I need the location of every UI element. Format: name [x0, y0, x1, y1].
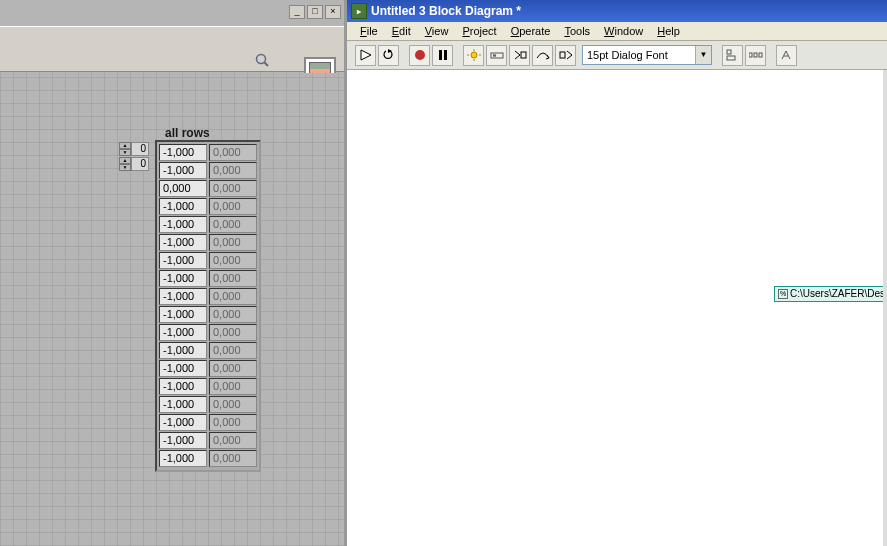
labview-app-icon: ▸ — [351, 3, 367, 19]
highlight-execution-button[interactable] — [463, 45, 484, 66]
menu-project[interactable]: Project — [455, 23, 503, 39]
array-cell[interactable]: -1,000 — [159, 378, 207, 395]
array-cell[interactable]: -1,000 — [159, 306, 207, 323]
array-cell[interactable]: -1,000 — [159, 252, 207, 269]
array-cell[interactable]: -1,000 — [159, 288, 207, 305]
close-button[interactable]: × — [325, 5, 341, 19]
array-row: -1,0000,000 — [159, 324, 257, 341]
run-continuously-button[interactable] — [378, 45, 399, 66]
array-cell[interactable]: 0,000 — [209, 234, 257, 251]
array-cell[interactable]: 0,000 — [209, 252, 257, 269]
abort-button[interactable] — [409, 45, 430, 66]
array-cell[interactable]: 0,000 — [209, 162, 257, 179]
array-cell[interactable]: -1,000 — [159, 234, 207, 251]
array-row: -1,0000,000 — [159, 342, 257, 359]
index-input-0[interactable]: 0 — [131, 142, 149, 156]
array-cell[interactable]: 0,000 — [209, 432, 257, 449]
array-row: -1,0000,000 — [159, 162, 257, 179]
index-input-1[interactable]: 0 — [131, 157, 149, 171]
maximize-button[interactable]: □ — [307, 5, 323, 19]
menu-file[interactable]: File — [353, 23, 385, 39]
step-into-button[interactable] — [509, 45, 530, 66]
array-row: -1,0000,000 — [159, 144, 257, 161]
array-indicator[interactable]: -1,0000,000-1,0000,0000,0000,000-1,0000,… — [155, 140, 261, 472]
path-icon: % — [778, 289, 788, 299]
align-objects-button[interactable] — [722, 45, 743, 66]
minimize-button[interactable]: _ — [289, 5, 305, 19]
array-cell[interactable]: -1,000 — [159, 414, 207, 431]
array-index-controls: ▲▼ 0 ▲▼ 0 — [119, 141, 151, 171]
index-spinner-1[interactable]: ▲▼ — [119, 157, 131, 171]
array-cell[interactable]: 0,000 — [209, 306, 257, 323]
array-cell[interactable]: 0,000 — [209, 396, 257, 413]
array-cell[interactable]: 0,000 — [209, 144, 257, 161]
menu-operate[interactable]: Operate — [504, 23, 558, 39]
title-bar[interactable]: ▸ Untitled 3 Block Diagram * — [347, 0, 887, 22]
menu-edit[interactable]: Edit — [385, 23, 418, 39]
array-cell[interactable]: 0,000 — [209, 414, 257, 431]
array-cell[interactable]: 0,000 — [209, 198, 257, 215]
font-selector[interactable]: 15pt Dialog Font ▼ — [582, 45, 712, 65]
svg-point-5 — [471, 52, 477, 58]
array-row: -1,0000,000 — [159, 216, 257, 233]
array-row: -1,0000,000 — [159, 198, 257, 215]
array-cell[interactable]: -1,000 — [159, 162, 207, 179]
index-spinner-0[interactable]: ▲▼ — [119, 142, 131, 156]
svg-rect-15 — [727, 56, 735, 60]
svg-rect-13 — [560, 52, 565, 58]
search-icon[interactable] — [255, 53, 270, 68]
svg-point-2 — [415, 50, 425, 60]
svg-rect-12 — [521, 52, 526, 58]
array-cell[interactable]: -1,000 — [159, 450, 207, 467]
pause-button[interactable] — [432, 45, 453, 66]
menu-help[interactable]: Help — [650, 23, 687, 39]
svg-line-1 — [265, 63, 269, 67]
array-cell[interactable]: -1,000 — [159, 216, 207, 233]
array-cell[interactable]: 0,000 — [209, 270, 257, 287]
cleanup-diagram-button[interactable] — [776, 45, 797, 66]
array-cell[interactable]: 0,000 — [209, 288, 257, 305]
window-controls: _ □ × — [289, 5, 341, 19]
svg-rect-3 — [439, 50, 442, 60]
array-cell[interactable]: -1,000 — [159, 432, 207, 449]
array-cell[interactable]: -1,000 — [159, 396, 207, 413]
block-diagram-window: ▸ Untitled 3 Block Diagram * FileEditVie… — [347, 0, 887, 546]
array-cell[interactable]: 0,000 — [209, 180, 257, 197]
array-cell[interactable]: -1,000 — [159, 342, 207, 359]
retain-wire-values-button[interactable]: e — [486, 45, 507, 66]
array-cell[interactable]: 0,000 — [209, 378, 257, 395]
array-row: -1,0000,000 — [159, 234, 257, 251]
svg-rect-14 — [727, 50, 731, 54]
path-constant[interactable]: % C:\Users\ZAFER\Desktop\veri.txt — [774, 286, 887, 302]
array-cell[interactable]: 0,000 — [209, 450, 257, 467]
font-dropdown-arrow[interactable]: ▼ — [695, 46, 711, 64]
distribute-objects-button[interactable] — [745, 45, 766, 66]
menu-window[interactable]: Window — [597, 23, 650, 39]
array-cell[interactable]: 0,000 — [209, 342, 257, 359]
menu-view[interactable]: View — [418, 23, 456, 39]
array-cell[interactable]: 0,000 — [209, 216, 257, 233]
array-cell[interactable]: 0,000 — [159, 180, 207, 197]
menu-tools[interactable]: Tools — [557, 23, 597, 39]
svg-rect-17 — [754, 53, 757, 57]
block-diagram-canvas[interactable]: ▸ DBL ] all rows Read From Spreadsheet F… — [347, 70, 887, 546]
array-cell[interactable]: 0,000 — [209, 360, 257, 377]
array-cell[interactable]: -1,000 — [159, 324, 207, 341]
scrollbar-vertical[interactable] — [883, 70, 887, 546]
run-button[interactable] — [355, 45, 376, 66]
toolbar: e 15pt Dialog Font ▼ — [347, 41, 887, 70]
array-cell[interactable]: -1,000 — [159, 270, 207, 287]
array-cell[interactable]: -1,000 — [159, 360, 207, 377]
step-over-button[interactable] — [532, 45, 553, 66]
svg-rect-18 — [759, 53, 762, 57]
array-cell[interactable]: -1,000 — [159, 198, 207, 215]
array-row: -1,0000,000 — [159, 378, 257, 395]
array-row: 0,0000,000 — [159, 180, 257, 197]
window-title: Untitled 3 Block Diagram * — [371, 4, 521, 18]
step-out-button[interactable] — [555, 45, 576, 66]
array-cell[interactable]: 0,000 — [209, 324, 257, 341]
svg-point-0 — [257, 55, 266, 64]
array-cell[interactable]: -1,000 — [159, 144, 207, 161]
front-panel-toolbar: ▸ ? 3 — [0, 26, 344, 72]
svg-rect-4 — [444, 50, 447, 60]
